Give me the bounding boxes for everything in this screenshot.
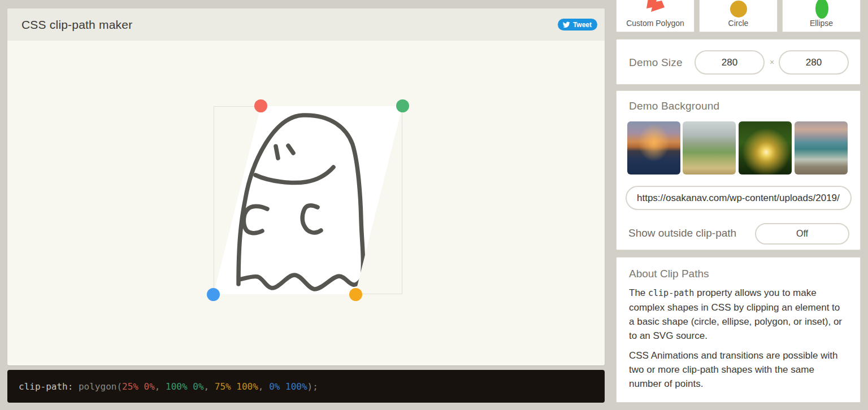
code-token: ); bbox=[307, 381, 318, 392]
clip-code-line[interactable]: clip-path: polygon(25% 0%, 100% 0%, 75% … bbox=[19, 381, 318, 392]
ghost-smile bbox=[255, 167, 333, 183]
background-url-input[interactable] bbox=[626, 186, 852, 210]
ghost-body-path bbox=[238, 115, 363, 284]
ghost-eye-right bbox=[288, 146, 293, 153]
demo-background-panel: Demo Background Show outside clip-path O… bbox=[616, 90, 861, 250]
css-code-block: clip-path: polygon(25% 0%, 100% 0%, 75% … bbox=[7, 370, 605, 403]
background-thumbnail-sparkler[interactable] bbox=[739, 121, 792, 175]
ghost-eye-left bbox=[276, 146, 278, 158]
code-token: polygon( bbox=[73, 381, 122, 392]
about-paragraph-1: The clip-path property allows you to mak… bbox=[629, 286, 848, 343]
demo-frame bbox=[214, 106, 402, 294]
ghost-drawing bbox=[214, 106, 402, 294]
shape-card-custom-polygon[interactable]: Custom Polygon bbox=[616, 0, 695, 32]
circle-icon bbox=[730, 1, 747, 18]
ghost-hand-right bbox=[302, 206, 321, 233]
background-thumbnail-bridge[interactable] bbox=[627, 121, 680, 175]
ellipse-icon bbox=[815, 0, 828, 19]
clipped-image[interactable] bbox=[214, 106, 402, 294]
background-thumbnail-ocean[interactable] bbox=[795, 121, 848, 175]
demo-size-panel: Demo Size × bbox=[616, 39, 861, 85]
shape-card-ellipse[interactable]: Ellipse bbox=[782, 0, 861, 32]
shape-card-label: Ellipse bbox=[783, 19, 860, 28]
background-thumbnail-hills[interactable] bbox=[683, 121, 736, 175]
show-outside-toggle[interactable]: Off bbox=[755, 223, 849, 245]
page-title: CSS clip-path maker bbox=[21, 8, 132, 41]
about-heading: About Clip Paths bbox=[629, 268, 848, 280]
inline-code-clip-path: clip-path bbox=[648, 288, 694, 298]
clip-handle-bottom-left[interactable] bbox=[207, 288, 220, 301]
demo-width-input[interactable] bbox=[695, 50, 765, 75]
tweet-button-label: Tweet bbox=[573, 21, 592, 29]
clip-handle-bottom-right[interactable] bbox=[349, 288, 362, 301]
code-token: , bbox=[204, 381, 215, 392]
shape-card-label: Custom Polygon bbox=[617, 19, 694, 28]
code-token: 75% 100% bbox=[215, 381, 258, 392]
custom-polygon-icon bbox=[643, 0, 668, 18]
code-token: , bbox=[258, 381, 269, 392]
clip-handle-top-left[interactable] bbox=[254, 99, 267, 112]
twitter-bird-icon bbox=[562, 21, 570, 29]
ghost-hand-left bbox=[244, 206, 267, 233]
demo-size-label: Demo Size bbox=[629, 40, 683, 85]
ghost-wavy-bottom bbox=[239, 272, 366, 289]
code-token: 25% 0% bbox=[122, 381, 155, 392]
code-token: 100% 0% bbox=[166, 381, 203, 392]
clip-handle-top-right[interactable] bbox=[396, 99, 409, 112]
shape-card-circle[interactable]: Circle bbox=[699, 0, 778, 32]
code-token: 0% 100% bbox=[269, 381, 307, 392]
shape-card-label: Circle bbox=[700, 19, 777, 28]
demo-height-input[interactable] bbox=[779, 50, 849, 75]
code-token: clip-path: bbox=[19, 381, 73, 392]
demo-background-heading: Demo Background bbox=[629, 100, 719, 112]
tweet-button[interactable]: Tweet bbox=[558, 19, 597, 30]
size-separator: × bbox=[766, 40, 778, 85]
show-outside-label: Show outside clip-path bbox=[628, 222, 736, 245]
code-token: , bbox=[155, 381, 166, 392]
about-panel: About Clip Paths The clip-path property … bbox=[616, 257, 861, 403]
about-paragraph-2: CSS Animations and transitions are possi… bbox=[629, 348, 848, 391]
header: CSS clip-path maker Tweet bbox=[7, 8, 605, 41]
